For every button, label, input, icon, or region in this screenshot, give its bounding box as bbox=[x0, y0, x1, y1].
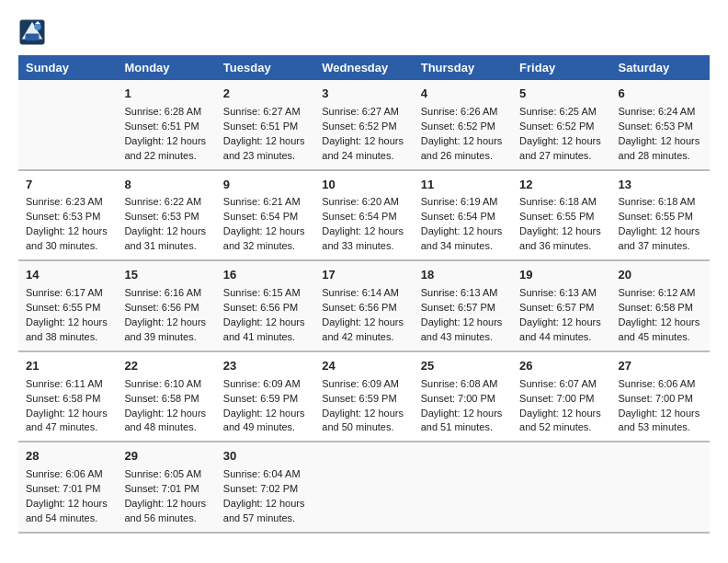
day-info-line: and 34 minutes. bbox=[421, 239, 505, 254]
day-info-line: Daylight: 12 hours bbox=[421, 224, 505, 239]
day-cell: 5Sunrise: 6:25 AMSunset: 6:52 PMDaylight… bbox=[512, 80, 610, 170]
day-info-line: and 24 minutes. bbox=[322, 149, 405, 164]
day-info-line: Sunrise: 6:14 AM bbox=[322, 286, 405, 301]
day-info-line: Sunset: 6:58 PM bbox=[124, 392, 208, 407]
day-number: 3 bbox=[322, 86, 405, 103]
day-info-line: Sunrise: 6:24 AM bbox=[619, 105, 702, 120]
calendar-header-row: SundayMondayTuesdayWednesdayThursdayFrid… bbox=[18, 55, 710, 80]
day-number: 11 bbox=[421, 177, 505, 194]
day-info-line: and 43 minutes. bbox=[421, 330, 505, 345]
day-info-line: Sunrise: 6:10 AM bbox=[124, 377, 208, 392]
day-number: 23 bbox=[223, 358, 307, 375]
day-info-line: Sunset: 7:00 PM bbox=[519, 392, 603, 407]
day-info-line: and 45 minutes. bbox=[619, 330, 702, 345]
day-info-line: Daylight: 12 hours bbox=[619, 407, 702, 421]
day-info-line: Sunrise: 6:18 AM bbox=[619, 195, 702, 210]
day-info-line: Sunrise: 6:13 AM bbox=[519, 286, 603, 301]
day-cell: 13Sunrise: 6:18 AMSunset: 6:55 PMDayligh… bbox=[611, 170, 710, 261]
day-info-line: and 57 minutes. bbox=[223, 511, 307, 526]
day-info-line: Daylight: 12 hours bbox=[519, 407, 603, 421]
day-info-line: and 38 minutes. bbox=[26, 330, 109, 345]
day-info-line: Daylight: 12 hours bbox=[26, 497, 109, 511]
day-number: 25 bbox=[421, 358, 505, 375]
day-info-line: and 39 minutes. bbox=[124, 330, 208, 345]
day-info-line: and 51 minutes. bbox=[421, 420, 505, 435]
col-header-friday: Friday bbox=[512, 55, 610, 80]
day-info-line: Sunset: 6:57 PM bbox=[519, 301, 603, 316]
day-info-line: and 50 minutes. bbox=[322, 420, 405, 435]
day-info-line: Daylight: 12 hours bbox=[519, 316, 603, 330]
day-info-line: Daylight: 12 hours bbox=[26, 316, 109, 330]
week-row-4: 21Sunrise: 6:11 AMSunset: 6:58 PMDayligh… bbox=[18, 351, 710, 442]
day-info-line: Sunrise: 6:04 AM bbox=[223, 467, 307, 482]
header bbox=[18, 18, 710, 46]
day-info-line: Daylight: 12 hours bbox=[421, 407, 505, 421]
day-info-line: Sunset: 6:55 PM bbox=[619, 210, 702, 224]
day-number: 4 bbox=[421, 86, 505, 103]
day-cell: 7Sunrise: 6:23 AMSunset: 6:53 PMDaylight… bbox=[18, 170, 117, 261]
day-info-line: Daylight: 12 hours bbox=[619, 134, 702, 149]
day-info-line: Sunset: 6:58 PM bbox=[26, 392, 109, 407]
day-info-line: and 30 minutes. bbox=[26, 239, 109, 254]
day-info-line: and 52 minutes. bbox=[519, 420, 603, 435]
day-info-line: Sunset: 6:56 PM bbox=[124, 301, 208, 316]
day-info-line: and 26 minutes. bbox=[421, 149, 505, 164]
day-info-line: Sunrise: 6:27 AM bbox=[322, 105, 405, 120]
day-info-line: Sunrise: 6:09 AM bbox=[223, 377, 307, 392]
day-info-line: Sunrise: 6:20 AM bbox=[322, 195, 405, 210]
day-number: 28 bbox=[26, 448, 109, 465]
day-info-line: Daylight: 12 hours bbox=[421, 316, 505, 330]
day-info-line: Daylight: 12 hours bbox=[223, 134, 307, 149]
day-info-line: Daylight: 12 hours bbox=[519, 134, 603, 149]
day-cell: 2Sunrise: 6:27 AMSunset: 6:51 PMDaylight… bbox=[216, 80, 314, 170]
week-row-2: 7Sunrise: 6:23 AMSunset: 6:53 PMDaylight… bbox=[18, 170, 710, 261]
col-header-sunday: Sunday bbox=[18, 55, 117, 80]
day-info-line: Sunset: 6:55 PM bbox=[519, 210, 603, 224]
day-cell: 19Sunrise: 6:13 AMSunset: 6:57 PMDayligh… bbox=[512, 260, 610, 351]
day-info-line: and 33 minutes. bbox=[322, 239, 405, 254]
day-info-line: Sunrise: 6:27 AM bbox=[223, 105, 307, 120]
day-cell: 26Sunrise: 6:07 AMSunset: 7:00 PMDayligh… bbox=[512, 351, 610, 442]
day-number: 7 bbox=[26, 177, 109, 194]
day-cell: 16Sunrise: 6:15 AMSunset: 6:56 PMDayligh… bbox=[216, 260, 314, 351]
day-cell: 8Sunrise: 6:22 AMSunset: 6:53 PMDaylight… bbox=[117, 170, 215, 261]
day-info-line: and 23 minutes. bbox=[223, 149, 307, 164]
day-info-line: Sunset: 6:56 PM bbox=[322, 301, 405, 316]
day-info-line: Daylight: 12 hours bbox=[322, 224, 405, 239]
day-number: 14 bbox=[26, 267, 109, 284]
day-number: 15 bbox=[124, 267, 208, 284]
col-header-wednesday: Wednesday bbox=[314, 55, 413, 80]
svg-rect-2 bbox=[26, 34, 40, 41]
day-number: 9 bbox=[223, 177, 307, 194]
day-number: 20 bbox=[619, 267, 702, 284]
day-number: 1 bbox=[124, 86, 208, 103]
col-header-thursday: Thursday bbox=[414, 55, 512, 80]
day-info-line: Sunrise: 6:12 AM bbox=[619, 286, 702, 301]
day-number: 12 bbox=[519, 177, 603, 194]
day-number: 10 bbox=[322, 177, 405, 194]
day-info-line: Sunset: 6:51 PM bbox=[124, 120, 208, 134]
day-info-line: Sunset: 6:55 PM bbox=[26, 301, 109, 316]
day-number: 5 bbox=[519, 86, 603, 103]
day-info-line: Daylight: 12 hours bbox=[124, 134, 208, 149]
col-header-saturday: Saturday bbox=[611, 55, 710, 80]
day-info-line: Daylight: 12 hours bbox=[26, 224, 109, 239]
day-info-line: Daylight: 12 hours bbox=[124, 316, 208, 330]
day-info-line: Sunrise: 6:28 AM bbox=[124, 105, 208, 120]
day-cell: 15Sunrise: 6:16 AMSunset: 6:56 PMDayligh… bbox=[117, 260, 215, 351]
day-cell: 10Sunrise: 6:20 AMSunset: 6:54 PMDayligh… bbox=[314, 170, 413, 261]
day-info-line: Sunset: 6:53 PM bbox=[619, 120, 702, 134]
day-info-line: Sunrise: 6:09 AM bbox=[322, 377, 405, 392]
col-header-monday: Monday bbox=[117, 55, 215, 80]
day-cell: 25Sunrise: 6:08 AMSunset: 7:00 PMDayligh… bbox=[414, 351, 512, 442]
day-cell bbox=[414, 442, 512, 533]
day-number: 21 bbox=[26, 358, 109, 375]
day-info-line: and 42 minutes. bbox=[322, 330, 405, 345]
day-cell: 3Sunrise: 6:27 AMSunset: 6:52 PMDaylight… bbox=[314, 80, 413, 170]
day-info-line: Sunrise: 6:06 AM bbox=[619, 377, 702, 392]
day-info-line: Daylight: 12 hours bbox=[124, 497, 208, 511]
day-cell: 17Sunrise: 6:14 AMSunset: 6:56 PMDayligh… bbox=[314, 260, 413, 351]
day-cell: 9Sunrise: 6:21 AMSunset: 6:54 PMDaylight… bbox=[216, 170, 314, 261]
day-info-line: Sunset: 6:51 PM bbox=[223, 120, 307, 134]
day-number: 17 bbox=[322, 267, 405, 284]
